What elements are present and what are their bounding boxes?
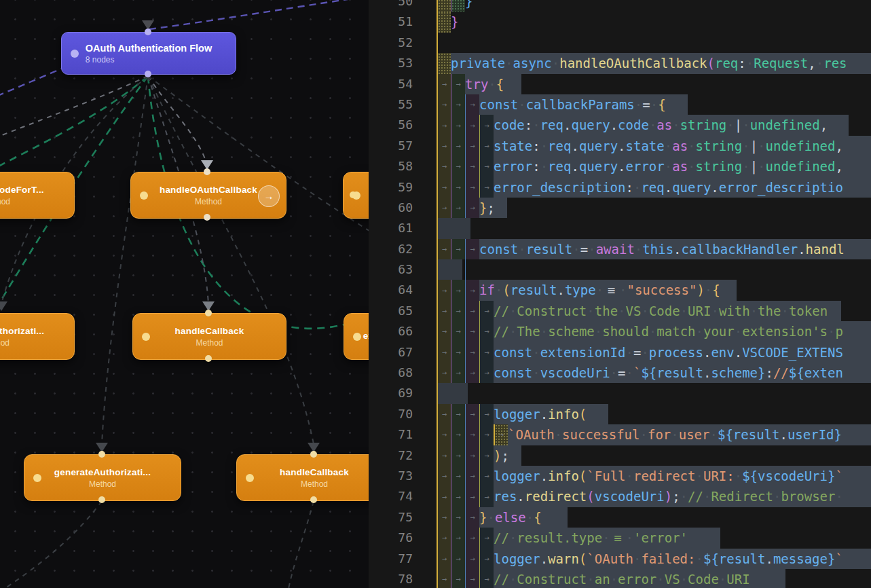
line-number[interactable]: 69 — [369, 383, 437, 403]
tab-whitespace-icon: → — [456, 100, 460, 109]
line-number[interactable]: 50 — [369, 0, 437, 12]
code-line[interactable]: 72→→→→); — [369, 445, 871, 466]
syntax-token: ( — [502, 282, 510, 297]
line-number[interactable]: 59 — [369, 177, 437, 198]
line-number[interactable]: 58 — [369, 156, 437, 177]
line-number[interactable]: 57 — [369, 136, 437, 156]
node-connection-handle[interactable] — [205, 355, 212, 362]
code-editor-pane[interactable]: 50}51}5253private·async·handleOAuthCallb… — [369, 0, 871, 588]
line-number[interactable]: 65 — [369, 301, 437, 321]
tab-whitespace-icon: → — [456, 493, 460, 501]
line-number[interactable]: 71 — [369, 424, 437, 445]
code-line[interactable]: 64→→→if·(result.type·≡·"success")·{ — [369, 280, 871, 300]
line-number[interactable]: 61 — [369, 218, 437, 238]
whitespace-dot: · — [726, 117, 734, 132]
syntax-token: ` — [633, 365, 641, 380]
line-number[interactable]: 78 — [369, 569, 437, 588]
tab-whitespace-icon: → — [456, 80, 460, 88]
line-number[interactable]: 62 — [369, 239, 437, 259]
code-line[interactable]: 62→→→const·result·=·await·this.callbackH… — [369, 239, 871, 259]
line-number[interactable]: 77 — [369, 549, 437, 569]
code-line[interactable]: 69 — [369, 383, 871, 403]
syntax-token: //·Construct·an·error·VS·Code·URI — [494, 572, 750, 587]
line-number[interactable]: 74 — [369, 486, 437, 507]
code-line[interactable]: 56→→→→code:·req.query.code·as·string·|·u… — [369, 115, 871, 135]
node-connection-handle[interactable] — [350, 191, 356, 198]
line-number[interactable]: 75 — [369, 507, 437, 528]
code-line[interactable]: 61 — [369, 218, 871, 238]
line-number[interactable]: 73 — [369, 466, 437, 486]
code-content: try·{ — [465, 74, 871, 94]
syntax-token: private· — [451, 56, 513, 71]
code-line[interactable]: 70→→→→logger.info( — [369, 404, 871, 424]
node-connection-handle[interactable] — [98, 496, 105, 503]
code-line[interactable]: 71→→→→→`OAuth·successful·for·user·${resu… — [369, 424, 871, 445]
code-line[interactable]: 68→→→→const·vscodeUri·=·`${result.scheme… — [369, 363, 871, 383]
syntax-token: req — [540, 117, 563, 132]
line-number[interactable]: 53 — [369, 53, 437, 73]
indent-band: → — [451, 466, 465, 486]
syntax-token: , — [836, 139, 843, 153]
line-number[interactable]: 56 — [369, 115, 437, 135]
code-line[interactable]: 52 — [369, 33, 871, 53]
line-number[interactable]: 76 — [369, 528, 437, 548]
line-number[interactable]: 66 — [369, 321, 437, 342]
syntax-token: callbackParams· — [526, 97, 643, 112]
line-number[interactable]: 55 — [369, 94, 437, 115]
syntax-token: const· — [494, 365, 540, 380]
selection-block — [438, 259, 462, 280]
node-connection-handle[interactable] — [310, 496, 317, 503]
syntax-token: ,· — [808, 56, 823, 71]
code-line[interactable]: 78→→→→//·Construct·an·error·VS·Code·URI — [369, 569, 871, 588]
node-connection-handle[interactable] — [204, 168, 210, 175]
code-line[interactable]: 59→→→→error_description:·req.query.error… — [369, 177, 871, 198]
node-connection-handle[interactable] — [204, 214, 210, 221]
code-line[interactable]: 51} — [369, 12, 871, 32]
line-number[interactable]: 63 — [369, 259, 437, 280]
line-number[interactable]: 72 — [369, 445, 437, 466]
syntax-token: ; — [501, 448, 508, 463]
code-line[interactable]: 54→→try·{ — [369, 74, 871, 94]
line-number[interactable]: 64 — [369, 280, 437, 300]
indent-band: → — [437, 280, 451, 300]
line-number[interactable]: 51 — [369, 12, 437, 32]
code-line[interactable]: 67→→→→const·extensionId·=·process.env.VS… — [369, 342, 871, 363]
syntax-token: async· — [513, 56, 560, 71]
code-content: `OAuth·successful·for·user·${result.user… — [508, 424, 871, 445]
line-number[interactable]: 68 — [369, 363, 437, 383]
node-connection-handle[interactable] — [145, 71, 151, 77]
code-line[interactable]: 77→→→→logger.warn(`OAuth·failed:·${resul… — [369, 549, 871, 569]
dependency-graph-pane[interactable]: OAuth Authentication Flow8 nodesexchange… — [0, 0, 369, 588]
node-connection-handle[interactable] — [98, 451, 105, 458]
syntax-token: string· — [696, 139, 750, 153]
code-line[interactable]: 75→→→}·else·{ — [369, 507, 871, 528]
indent-band: → — [465, 94, 479, 115]
code-line[interactable]: 50} — [369, 0, 871, 12]
syntax-token: //·Construct·the·VS·Code·URI·with·the·to… — [494, 304, 828, 318]
code-content: res.redirect(vscodeUri);·//·Redirect·bro… — [494, 486, 871, 507]
code-line[interactable]: 65→→→→//·Construct·the·VS·Code·URI·with·… — [369, 301, 871, 321]
code-line[interactable]: 57→→→→state:·req.query.state·as·string·|… — [369, 136, 871, 156]
code-line[interactable]: 60→→→}; — [369, 198, 871, 218]
line-number[interactable]: 70 — [369, 404, 437, 424]
line-number[interactable]: 52 — [369, 33, 437, 53]
code-line[interactable]: 58→→→→error:·req.query.error·as·string·|… — [369, 156, 871, 177]
code-line[interactable]: 53private·async·handleOAuthCallback(req:… — [369, 53, 871, 73]
node-connection-handle[interactable] — [310, 451, 317, 458]
code-line[interactable]: 55→→→const·callbackParams·=·{ — [369, 94, 871, 115]
indent-band: → — [451, 239, 465, 259]
line-number[interactable]: 60 — [369, 198, 437, 218]
whitespace-dot: · — [773, 489, 781, 504]
line-number[interactable]: 67 — [369, 342, 437, 363]
indent-band: → — [451, 363, 465, 383]
syntax-token: . — [557, 282, 564, 297]
code-line[interactable]: 63 — [369, 259, 871, 280]
code-line[interactable]: 74→→→→res.redirect(vscodeUri);·//·Redire… — [369, 486, 871, 507]
code-line[interactable]: 76→→→→//·result.type·≡·'error' — [369, 528, 871, 548]
line-number[interactable]: 54 — [369, 74, 437, 94]
node-connection-handle[interactable] — [205, 310, 212, 316]
code-line[interactable]: 73→→→→logger.info(`Full·redirect·URI:·${… — [369, 466, 871, 486]
syntax-token: ${result — [718, 427, 780, 442]
code-line[interactable]: 66→→→→//·The·scheme·should·match·your·ex… — [369, 321, 871, 342]
node-connection-handle[interactable] — [145, 29, 151, 35]
